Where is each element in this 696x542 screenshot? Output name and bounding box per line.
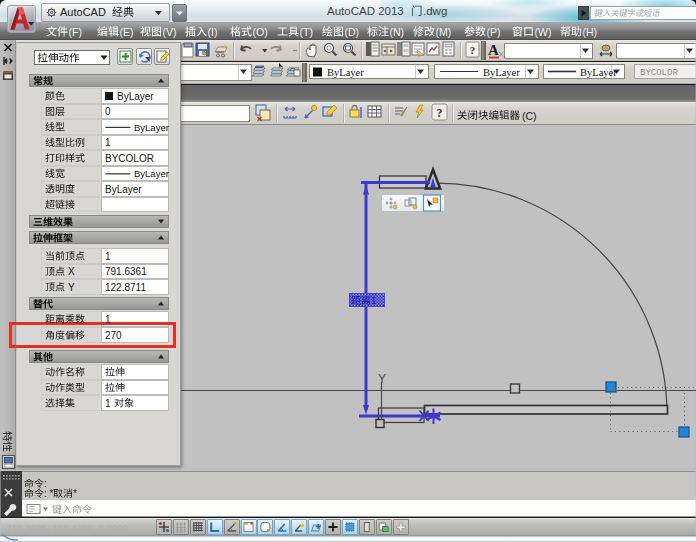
svg-text:(P): (P) xyxy=(487,26,501,38)
svg-text:(N): (N) xyxy=(390,26,405,38)
svg-text:(D): (D) xyxy=(345,26,360,38)
svg-text:122.8711: 122.8711 xyxy=(105,282,146,293)
svg-text:ByLayer: ByLayer xyxy=(483,67,520,78)
svg-text:1: 1 xyxy=(105,314,111,325)
svg-text:270: 270 xyxy=(105,330,122,341)
svg-text:1: 1 xyxy=(105,398,111,409)
svg-text:AutoCAD 2013: AutoCAD 2013 xyxy=(327,5,404,17)
svg-text:Y: Y xyxy=(68,282,75,293)
svg-text:ByLayer: ByLayer xyxy=(105,184,142,195)
svg-text:(O): (O) xyxy=(253,26,268,38)
svg-text:A: A xyxy=(488,42,499,58)
svg-text:.dwg: .dwg xyxy=(423,5,447,17)
svg-text:ByLayer: ByLayer xyxy=(580,67,617,78)
svg-text:(H): (H) xyxy=(583,26,598,38)
svg-text:(V): (V) xyxy=(163,26,177,38)
svg-text:BYCOLOR: BYCOLOR xyxy=(105,153,154,164)
svg-text:(M): (M) xyxy=(436,26,452,38)
svg-text:(E): (E) xyxy=(120,26,134,38)
svg-text:791.6361: 791.6361 xyxy=(105,266,147,277)
svg-text:*: * xyxy=(73,488,77,499)
svg-text:0: 0 xyxy=(105,106,111,117)
svg-text:: *: : * xyxy=(44,488,54,499)
svg-text:ByLayer: ByLayer xyxy=(327,67,364,78)
svg-text:BYCOLOR: BYCOLOR xyxy=(640,68,678,78)
svg-text:(W): (W) xyxy=(535,26,552,38)
svg-text:X: X xyxy=(68,266,75,277)
svg-text:?: ? xyxy=(470,44,476,56)
svg-text:ByLayer: ByLayer xyxy=(134,168,169,179)
svg-text:(T): (T) xyxy=(300,26,313,38)
svg-text:(F): (F) xyxy=(69,26,82,38)
svg-text:1: 1 xyxy=(105,137,111,148)
svg-text:1: 1 xyxy=(105,251,111,262)
svg-text:(I): (I) xyxy=(208,26,218,38)
svg-text:?: ? xyxy=(437,106,443,120)
svg-text:(C): (C) xyxy=(522,110,537,122)
svg-text:ByLayer: ByLayer xyxy=(117,91,154,102)
svg-text:ByLayer: ByLayer xyxy=(134,122,169,133)
svg-text:718.3696, 118.4298, 0.0000: 718.3696, 118.4298, 0.0000 xyxy=(6,523,128,533)
svg-text:AutoCAD: AutoCAD xyxy=(60,6,106,18)
